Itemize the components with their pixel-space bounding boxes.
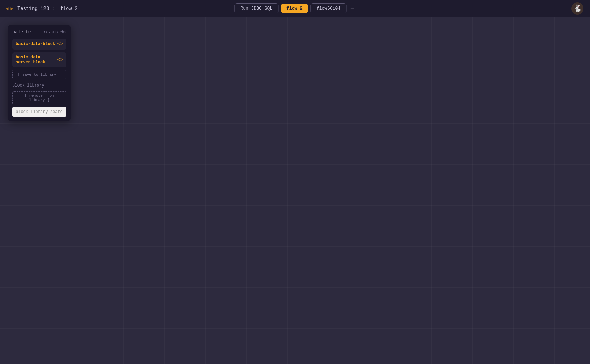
save-to-library-button[interactable]: [ save to library ]: [12, 70, 66, 79]
breadcrumb-separator: ::: [52, 6, 57, 11]
block-item-basic-data-server-block[interactable]: basic-data-server-block <>: [12, 52, 66, 67]
svg-text:🐇: 🐇: [573, 4, 582, 12]
palette-header: palette re-attach?: [12, 29, 66, 35]
block-item-basic-data-block[interactable]: basic-data-block <>: [12, 39, 66, 50]
data-rabbit-logo: 🐇: [570, 1, 585, 16]
add-tab-button[interactable]: +: [349, 5, 356, 12]
run-jdbc-sql-button[interactable]: Run JDBC SQL: [234, 3, 278, 13]
block-library-search-input[interactable]: [12, 107, 66, 117]
nav-arrows: ◀ ▶: [5, 5, 13, 11]
breadcrumb-flow: flow 2: [60, 6, 77, 11]
block-icon-basic-data-block: <>: [57, 41, 63, 47]
palette-title: palette: [12, 29, 31, 35]
reattach-link[interactable]: re-attach?: [44, 30, 66, 34]
breadcrumb-project: Testing 123: [17, 6, 49, 11]
nav-forward-icon[interactable]: ▶: [10, 5, 13, 11]
palette-panel: palette re-attach? basic-data-block <> b…: [8, 25, 71, 121]
block-icon-basic-data-server-block: <>: [57, 57, 63, 63]
remove-from-library-button[interactable]: [ remove from library ]: [12, 91, 66, 104]
block-library-title: block library: [12, 83, 66, 88]
topbar-center: Run JDBC SQL flow 2 flow66104 +: [234, 3, 355, 13]
tab-flow66104[interactable]: flow66104: [311, 3, 346, 13]
nav-back-icon[interactable]: ◀: [5, 5, 8, 11]
tab-flow2[interactable]: flow 2: [281, 4, 308, 13]
topbar: ◀ ▶ Testing 123 :: flow 2 Run JDBC SQL f…: [0, 0, 590, 17]
logo: 🐇: [570, 1, 585, 16]
block-label-basic-data-server-block: basic-data-server-block: [16, 55, 57, 65]
block-label-basic-data-block: basic-data-block: [16, 42, 55, 47]
canvas: palette re-attach? basic-data-block <> b…: [0, 17, 590, 364]
